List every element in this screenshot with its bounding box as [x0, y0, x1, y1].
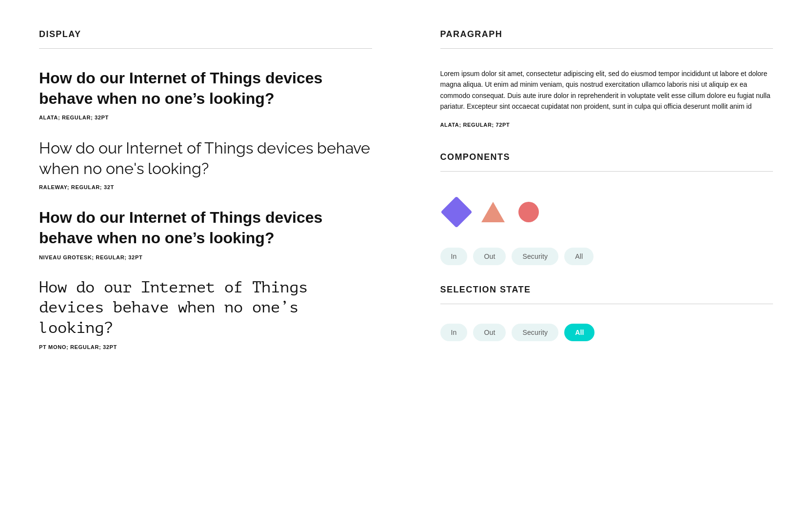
paragraph-body: Lorem ipsum dolor sit amet, consectetur …	[440, 68, 773, 112]
pill-all[interactable]: All	[564, 248, 594, 265]
pill-out[interactable]: Out	[473, 248, 506, 265]
pill-out-2[interactable]: Out	[473, 324, 506, 341]
right-panel: PARAGRAPH Lorem ipsum dolor sit amet, co…	[401, 29, 773, 495]
ptmono-label: PT MONO; REGULAR; 32PT	[39, 344, 372, 350]
font-block-niveau: How do our Internet of Things devices be…	[39, 208, 372, 260]
display-title: DISPLAY	[39, 29, 372, 39]
pills-default-row: In Out Security All	[440, 248, 773, 265]
font-block-ptmono: How do our Internet of Things devices be…	[39, 278, 372, 350]
raleway-label: RALEWAY; REGULAR; 32T	[39, 184, 372, 190]
pill-security-2[interactable]: Security	[512, 324, 558, 341]
components-title: COMPONENTS	[440, 152, 773, 162]
font-block-alata: How do our Internet of Things devices be…	[39, 68, 372, 120]
triangle-shape	[481, 202, 505, 222]
display-divider	[39, 48, 372, 49]
pill-in[interactable]: In	[440, 248, 468, 265]
pill-all-2-active[interactable]: All	[564, 324, 594, 341]
niveau-label: NIVEAU GROTESK; REGULAR; 32PT	[39, 254, 372, 260]
font-block-raleway: How do our Internet of Things devices be…	[39, 138, 372, 190]
alata-text: How do our Internet of Things devices be…	[39, 68, 372, 109]
diamond-shape	[440, 196, 472, 228]
pills-selected-row: In Out Security All	[440, 324, 773, 341]
pill-in-2[interactable]: In	[440, 324, 468, 341]
circle-shape	[518, 202, 539, 222]
pill-security[interactable]: Security	[512, 248, 558, 265]
selection-state-title: SELECTION STATE	[440, 285, 773, 295]
components-section: COMPONENTS In Out Security All SELECTION…	[440, 152, 773, 341]
niveau-text: How do our Internet of Things devices be…	[39, 208, 372, 248]
raleway-text: How do our Internet of Things devices be…	[39, 138, 372, 178]
selection-state-divider	[440, 304, 773, 304]
display-section: DISPLAY How do our Internet of Things de…	[39, 29, 401, 495]
components-divider	[440, 171, 773, 172]
shapes-row	[440, 191, 773, 233]
alata-label: ALATA; REGULAR; 32PT	[39, 115, 372, 120]
paragraph-section: PARAGRAPH Lorem ipsum dolor sit amet, co…	[440, 29, 773, 128]
ptmono-text: How do our Internet of Things devices be…	[39, 278, 372, 339]
paragraph-title: PARAGRAPH	[440, 29, 773, 39]
paragraph-divider	[440, 48, 773, 49]
selection-state-section: SELECTION STATE In Out Security All	[440, 285, 773, 341]
paragraph-label: ALATA; REGULAR; 72PT	[440, 122, 773, 128]
